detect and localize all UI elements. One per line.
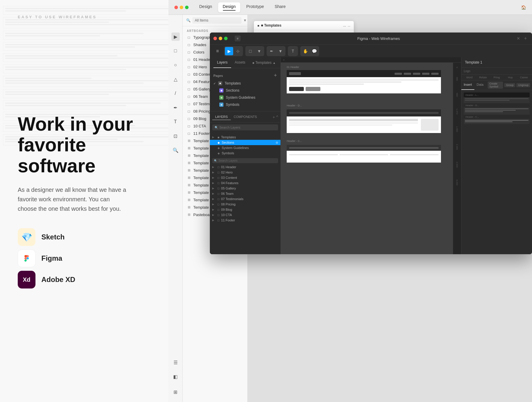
figma-pen-tool-2[interactable]: ▼ (276, 47, 285, 55)
layers-tab[interactable]: Layers (213, 57, 231, 68)
oval-tool[interactable]: ○ (171, 61, 180, 69)
components-tab-btn[interactable]: COMPONENTS (231, 114, 260, 120)
components-tool[interactable]: ⊞ (171, 388, 180, 396)
layer-symbols[interactable]: ◈ Symbols (210, 150, 280, 156)
figma-menu-icon[interactable]: ≡ (235, 35, 241, 41)
frame-icon-10: ⊞ (187, 205, 191, 210)
group-btn[interactable]: Group (504, 83, 515, 87)
line-tool[interactable]: / (171, 89, 180, 98)
layer-11footer[interactable]: ▶ □ 11 Footer (210, 218, 280, 223)
right-wf-header-label: Header - L... (466, 94, 479, 96)
search-inner-icon: 🔍 (214, 159, 217, 162)
figma-new-tab[interactable]: + (523, 35, 528, 41)
figma-select-tool[interactable]: ▶ (225, 47, 233, 55)
search-layers-input[interactable] (219, 126, 276, 129)
triangle-tool[interactable]: △ (171, 75, 180, 83)
ruler-490: 490 (456, 77, 458, 81)
wireframe-content (287, 145, 441, 163)
figma-frame-tool[interactable]: □ (246, 47, 254, 55)
figma-maximize-btn[interactable] (224, 37, 228, 40)
select-tool[interactable]: ▶ (171, 33, 180, 41)
sketch-toolbar: ▶ □ ○ △ / ✒ T ⊡ 🔍 ☰ ◧ ⊞ (168, 15, 183, 402)
slice-tool[interactable]: ⊡ (171, 132, 180, 140)
pages-tool[interactable]: ☰ (171, 358, 180, 367)
layers-tool[interactable]: ◧ (171, 372, 180, 381)
add-page-btn[interactable]: + (274, 72, 277, 79)
insert-tab[interactable]: Insert (461, 80, 474, 90)
tab-design[interactable]: Design (194, 2, 217, 12)
add-layer-btn[interactable]: + (273, 115, 275, 119)
dropdown-icon[interactable]: ▼ (243, 18, 247, 22)
search-icon: 🔍 (186, 18, 191, 22)
layer-system[interactable]: ◈ System Guidelines (210, 145, 280, 150)
pages-label: Pages (213, 74, 223, 77)
assets-tab[interactable]: Assets (231, 57, 249, 68)
figma-label: Figma (41, 254, 62, 262)
figma-app: ≡ Figma - Web Wireframes ✕ + ≡ ▶ ⊹ □ ▼ ✒… (210, 33, 532, 254)
figma-text-tool[interactable]: T (289, 47, 297, 55)
figma-pen-tool[interactable]: ✒ (267, 47, 276, 55)
layer-sections-icon: ◆ (218, 141, 220, 144)
layer-10cta[interactable]: ▶ □ 10 CTA (210, 212, 280, 218)
minimize-button[interactable] (180, 6, 183, 9)
text-tool[interactable]: T (171, 118, 180, 126)
collapse-layer-btn[interactable]: ^ (276, 115, 278, 119)
wf-hero-line-2 (289, 122, 418, 124)
canvas-ruler-top: 0 (281, 57, 461, 63)
figma-hand-tool[interactable]: ✋ (301, 47, 309, 55)
expand-icon-h2: ▶ (212, 171, 216, 174)
sketch-home-icon[interactable]: 🏠 (521, 5, 526, 10)
figma-frame-tool-2[interactable]: ▼ (255, 47, 263, 55)
layer-06team[interactable]: ▶ □ 06 Team (210, 191, 280, 196)
expand-icon-h8: ▶ (212, 203, 216, 206)
layer-01header[interactable]: ▶ □ 01 Header (210, 164, 280, 170)
tab-prototype[interactable]: Prototype (241, 2, 269, 12)
search-layers-icon: 🔍 (215, 126, 218, 129)
sketch-search-input[interactable] (192, 17, 241, 24)
layer-04features[interactable]: ▶ □ 04 Features (210, 180, 280, 186)
page-symbols[interactable]: ◈ Symbols (210, 101, 280, 108)
figma-comment-tool[interactable]: 💬 (310, 47, 318, 55)
layer-03content[interactable]: ▶ □ 03 Content (210, 175, 280, 180)
artboard-label-header-c: Header - C... (287, 140, 302, 142)
figma-hamburger[interactable]: ≡ (213, 47, 222, 55)
page-sections[interactable]: ◆ Sections (210, 87, 280, 94)
fullscreen-button[interactable] (185, 6, 189, 9)
templates-page-icon: ■ (218, 81, 222, 85)
layer-05gallery[interactable]: ▶ □ 05 Gallery (210, 186, 280, 191)
hero-subtext: As a designer we all know that we have a… (18, 185, 127, 213)
page-templates[interactable]: ✓ ■ Templates (210, 80, 280, 87)
layer-templates[interactable]: ▶ ■ Templates (210, 134, 280, 140)
wireframe-header (287, 70, 441, 93)
page-icon-7: □ (187, 80, 191, 84)
data-tab[interactable]: Data (474, 80, 486, 90)
close-button[interactable] (174, 6, 178, 9)
ruler-0: 0 (456, 67, 458, 68)
ungroup-btn[interactable]: Ungroup (516, 83, 530, 87)
sketch-search-bar: 🔍 ▼ (183, 15, 247, 26)
layer-eye-icon[interactable]: ◎ (276, 141, 278, 144)
pen-tool[interactable]: ✒ (171, 103, 180, 112)
layer-02hero[interactable]: ▶ □ 02 Hero (210, 170, 280, 175)
rectangle-tool[interactable]: □ (171, 47, 180, 55)
layer-07testimonials[interactable]: ▶ □ 07 Testimonials (210, 196, 280, 202)
tab-share[interactable]: Share (270, 2, 290, 12)
page-system[interactable]: ◈ System Guidelines (210, 94, 280, 101)
templates-window-dots: ... (343, 23, 346, 27)
create-symbol-btn[interactable]: Create Symbol (488, 82, 503, 89)
layer-09blog[interactable]: ▶ □ 09 Blog (210, 207, 280, 212)
layer-sections[interactable]: ◆ Sections ◎ (210, 140, 280, 145)
figma-select-tool-2[interactable]: ⊹ (234, 47, 242, 55)
word-label: Word (463, 76, 476, 79)
layers-tab-btn[interactable]: LAYERS (212, 114, 231, 120)
left-panel: EASY TO USE WIREFRAMES Work in your favo… (0, 0, 168, 402)
figma-close-btn[interactable] (213, 37, 217, 40)
figma-minimize-btn[interactable] (219, 37, 222, 40)
frame-icon-5: ⊞ (187, 168, 191, 173)
tab-design-active[interactable]: Design (218, 2, 241, 12)
figma-tab-close[interactable]: ✕ (517, 36, 520, 41)
templates-tab[interactable]: ■ Templates ▲ (249, 57, 279, 68)
zoom-tool[interactable]: 🔍 (171, 146, 180, 154)
layer-08pricing[interactable]: ▶ □ 08 Pricing (210, 202, 280, 207)
canvas-area[interactable]: 01 Header (281, 63, 453, 254)
